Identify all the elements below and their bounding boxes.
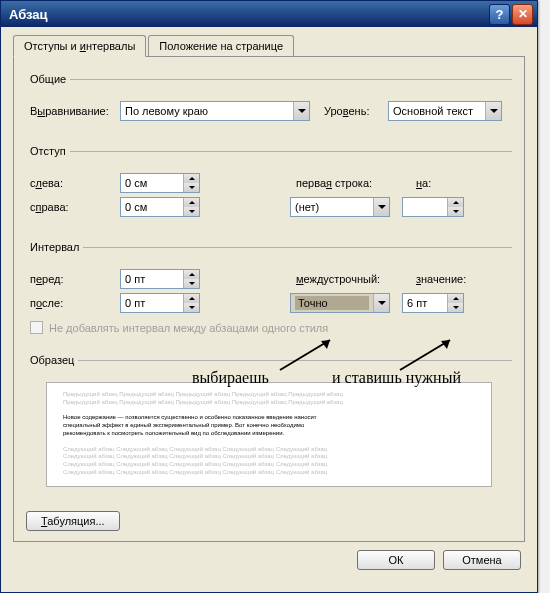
alignment-combo[interactable]: По левому краю [120, 101, 310, 121]
spin-down-icon[interactable] [448, 303, 463, 312]
spin-up-icon[interactable] [448, 198, 463, 207]
ok-button[interactable]: ОК [357, 550, 435, 570]
tabstops-button[interactable]: Табуляция... [26, 511, 120, 531]
tab-page-position[interactable]: Положение на странице [148, 35, 294, 56]
on-label: на: [410, 177, 450, 189]
left-spinner[interactable]: 0 см [120, 173, 200, 193]
paragraph-dialog: Абзац ? ✕ Отступы и интервалы Положение … [0, 0, 538, 593]
titlebar: Абзац ? ✕ [1, 1, 537, 27]
after-label: после: [30, 297, 120, 309]
group-indent: Отступ слева: 0 см первая строка: на: сп… [26, 145, 512, 231]
help-button[interactable]: ? [489, 4, 510, 25]
spin-up-icon[interactable] [184, 294, 199, 303]
level-value: Основной текст [393, 105, 481, 117]
tab-panel: Общие Выравнивание: По левому краю Урове… [13, 56, 525, 542]
nospace-checkbox-row: Не добавлять интервал между абзацами одн… [30, 321, 508, 334]
before-value: 0 пт [121, 273, 183, 285]
level-label: Уровень: [318, 105, 388, 117]
group-interval-label: Интервал [26, 241, 83, 253]
tabstop-row: Табуляция... [26, 511, 512, 531]
chevron-down-icon[interactable] [373, 294, 389, 312]
nospace-checkbox[interactable] [30, 321, 43, 334]
spin-down-icon[interactable] [184, 303, 199, 312]
left-value: 0 см [121, 177, 183, 189]
alignment-label: Выравнивание: [30, 105, 120, 117]
on-spinner[interactable] [402, 197, 464, 217]
group-indent-label: Отступ [26, 145, 70, 157]
tabstrip: Отступы и интервалы Положение на страниц… [13, 35, 525, 56]
spin-up-icon[interactable] [184, 198, 199, 207]
group-preview: Образец Предыдущий абзац Предыдущий абза… [26, 354, 512, 501]
left-label: слева: [30, 177, 120, 189]
tabstops-label: Табуляция... [41, 515, 105, 527]
group-interval: Интервал перед: 0 пт междустрочный: знач… [26, 241, 512, 344]
tab-label: Положение на странице [159, 40, 283, 52]
chevron-down-icon[interactable] [293, 102, 309, 120]
after-value: 0 пт [121, 297, 183, 309]
spin-up-icon[interactable] [184, 270, 199, 279]
right-value: 0 см [121, 201, 183, 213]
close-button[interactable]: ✕ [512, 4, 533, 25]
ok-label: ОК [389, 554, 404, 566]
group-general-label: Общие [26, 73, 70, 85]
dialog-buttons: ОК Отмена [13, 550, 525, 570]
right-label: справа: [30, 201, 120, 213]
linespacing-label: междустрочный: [290, 273, 410, 285]
window-title: Абзац [9, 7, 487, 22]
dialog-content: Отступы и интервалы Положение на страниц… [1, 27, 537, 578]
cancel-label: Отмена [462, 554, 501, 566]
spin-up-icon[interactable] [184, 174, 199, 183]
firstline-value: (нет) [295, 201, 369, 213]
spacing-value-spinner[interactable]: 6 пт [402, 293, 464, 313]
spin-down-icon[interactable] [184, 183, 199, 192]
chevron-down-icon[interactable] [485, 102, 501, 120]
tab-label: Отступы и интервалы [24, 40, 135, 52]
alignment-value: По левому краю [125, 105, 289, 117]
spin-down-icon[interactable] [184, 207, 199, 216]
group-general: Общие Выравнивание: По левому краю Урове… [26, 73, 512, 135]
before-label: перед: [30, 273, 120, 285]
level-combo[interactable]: Основной текст [388, 101, 502, 121]
spacing-value: 6 пт [403, 297, 447, 309]
before-spinner[interactable]: 0 пт [120, 269, 200, 289]
chevron-down-icon[interactable] [373, 198, 389, 216]
spin-up-icon[interactable] [448, 294, 463, 303]
preview-area: Предыдущий абзац Предыдущий абзац Предыд… [46, 382, 492, 487]
after-spinner[interactable]: 0 пт [120, 293, 200, 313]
nospace-label: Не добавлять интервал между абзацами одн… [49, 322, 328, 334]
linespacing-value: Точно [295, 296, 369, 310]
spin-down-icon[interactable] [184, 279, 199, 288]
linespacing-combo[interactable]: Точно [290, 293, 390, 313]
tab-indents-spacing[interactable]: Отступы и интервалы [13, 35, 146, 57]
right-spinner[interactable]: 0 см [120, 197, 200, 217]
firstline-label: первая строка: [290, 177, 410, 189]
cancel-button[interactable]: Отмена [443, 550, 521, 570]
group-preview-label: Образец [26, 354, 78, 366]
value-label: значение: [410, 273, 480, 285]
firstline-combo[interactable]: (нет) [290, 197, 390, 217]
spin-down-icon[interactable] [448, 207, 463, 216]
